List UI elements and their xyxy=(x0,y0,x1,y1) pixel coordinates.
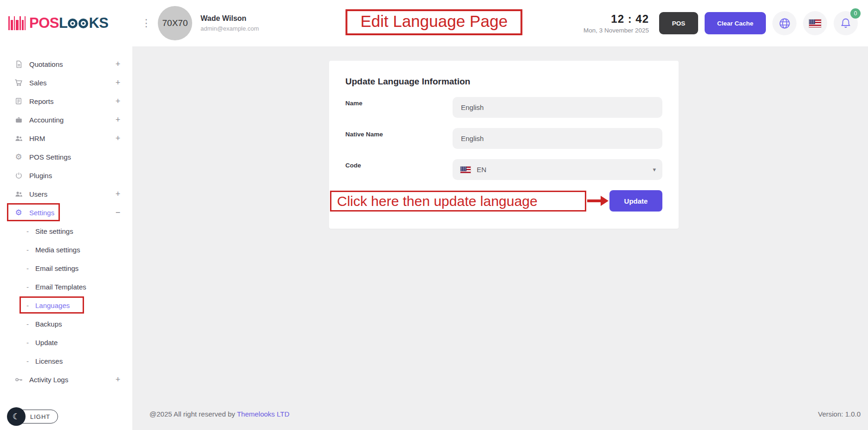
pos-button[interactable]: POS xyxy=(659,12,698,34)
sidebar-item-hrm[interactable]: HRM + xyxy=(0,129,132,148)
avatar[interactable]: 70X70 xyxy=(158,6,192,40)
document-icon xyxy=(14,60,23,68)
sidebar-item-activity-logs[interactable]: Activity Logs + xyxy=(0,370,132,389)
logo-text: POSLKS xyxy=(29,15,108,32)
sidebar-item-quotations[interactable]: Quotations + xyxy=(0,55,132,73)
expand-icon[interactable]: + xyxy=(115,96,121,106)
sidebar-subitem-site-settings[interactable]: - Site settings xyxy=(0,222,132,240)
expand-icon[interactable]: + xyxy=(115,134,121,143)
gears-icon: ⚙ xyxy=(14,208,23,218)
expand-icon[interactable]: + xyxy=(115,59,121,69)
notifications-button[interactable]: 0 xyxy=(834,11,858,35)
locale-flag-button[interactable] xyxy=(803,11,827,35)
us-flag-icon xyxy=(460,166,471,173)
key-icon xyxy=(14,375,23,384)
users-icon xyxy=(14,190,23,199)
main-content: Update Language Information Name Native … xyxy=(132,46,868,430)
card-title: Update Language Information xyxy=(345,61,662,87)
barcode-icon xyxy=(8,16,26,30)
red-arrow-icon xyxy=(587,195,609,206)
name-label: Name xyxy=(345,97,453,107)
collapse-icon[interactable]: − xyxy=(115,208,121,218)
sidebar-subitem-languages[interactable]: - Languages xyxy=(0,296,132,314)
name-input[interactable] xyxy=(453,97,662,118)
themelooks-link[interactable]: Themelooks LTD xyxy=(237,410,289,418)
update-language-card: Update Language Information Name Native … xyxy=(329,61,679,229)
logo-o-icon xyxy=(78,19,88,28)
expand-icon[interactable]: + xyxy=(115,115,121,125)
sidebar-item-reports[interactable]: Reports + xyxy=(0,92,132,110)
code-label: Code xyxy=(345,159,453,169)
vertical-dots-icon[interactable]: ⋮ xyxy=(141,18,151,28)
sidebar-subitem-update[interactable]: - Update xyxy=(0,333,132,352)
expand-icon[interactable]: + xyxy=(115,189,121,199)
caret-down-icon: ▾ xyxy=(653,166,656,173)
top-header: POSLKS ⋮ 70X70 Wade Wilson admin@example… xyxy=(0,0,868,46)
briefcase-icon xyxy=(14,116,23,124)
sidebar-subitem-licenses[interactable]: - Licenses xyxy=(0,352,132,370)
footer: @2025 All right reserved by Themelooks L… xyxy=(149,410,861,418)
sidebar-subitem-email-settings[interactable]: - Email settings xyxy=(0,259,132,277)
user-name: Wade Wilson xyxy=(201,14,259,23)
sidebar-subitem-backups[interactable]: - Backups xyxy=(0,314,132,333)
native-name-field-row: Native Name xyxy=(345,128,662,149)
logo-o-icon xyxy=(68,19,78,28)
clear-cache-button[interactable]: Clear Cache xyxy=(705,12,766,34)
expand-icon[interactable]: + xyxy=(115,78,121,88)
native-name-label: Native Name xyxy=(345,128,453,138)
app-logo[interactable]: POSLKS xyxy=(0,15,139,32)
native-name-input[interactable] xyxy=(453,128,662,149)
bell-icon xyxy=(840,17,852,29)
theme-toggle[interactable]: ☾ LIGHT xyxy=(7,410,58,424)
report-icon xyxy=(14,97,23,105)
plugin-power-icon xyxy=(14,172,23,180)
user-info: Wade Wilson admin@example.com xyxy=(201,14,259,32)
sidebar-item-users[interactable]: Users + xyxy=(0,185,132,203)
theme-toggle-label: LIGHT xyxy=(30,413,50,420)
code-selected-value: EN xyxy=(477,166,486,173)
copyright-text: @2025 All right reserved by Themelooks L… xyxy=(149,410,289,418)
sidebar-item-sales[interactable]: Sales + xyxy=(0,73,132,92)
update-button[interactable]: Update xyxy=(609,190,662,212)
sidebar-subitem-media-settings[interactable]: - Media settings xyxy=(0,240,132,259)
date: Mon, 3 November 2025 xyxy=(583,27,649,34)
version-label: Version: 1.0.0 xyxy=(818,410,861,418)
sidebar-item-plugins[interactable]: Plugins xyxy=(0,166,132,185)
gears-icon: ⚙ xyxy=(14,152,23,162)
notification-count-badge: 0 xyxy=(850,8,861,19)
user-email: admin@example.com xyxy=(201,25,259,32)
time: 12 : 42 xyxy=(583,13,649,26)
sidebar-item-pos-settings[interactable]: ⚙ POS Settings xyxy=(0,148,132,166)
name-field-row: Name xyxy=(345,97,662,118)
sidebar-item-settings[interactable]: ⚙ Settings − xyxy=(0,203,132,222)
clock: 12 : 42 Mon, 3 November 2025 xyxy=(583,13,649,34)
globe-icon xyxy=(778,17,791,30)
expand-icon[interactable]: + xyxy=(115,375,121,385)
code-select[interactable]: EN ▾ xyxy=(453,159,662,180)
people-icon xyxy=(14,134,23,143)
language-globe-button[interactable] xyxy=(772,11,797,35)
sidebar: Quotations + Sales + Reports + Accountin… xyxy=(0,46,132,430)
edit-language-page-annotation: Edit Language Page xyxy=(345,9,522,35)
click-here-annotation: Click here then update language xyxy=(330,191,586,212)
code-field-row: Code EN ▾ xyxy=(345,159,662,180)
sidebar-item-accounting[interactable]: Accounting + xyxy=(0,110,132,129)
cart-icon xyxy=(14,78,23,87)
us-flag-icon xyxy=(809,19,822,28)
sidebar-subitem-email-templates[interactable]: - Email Templates xyxy=(0,277,132,296)
moon-icon: ☾ xyxy=(7,407,26,426)
